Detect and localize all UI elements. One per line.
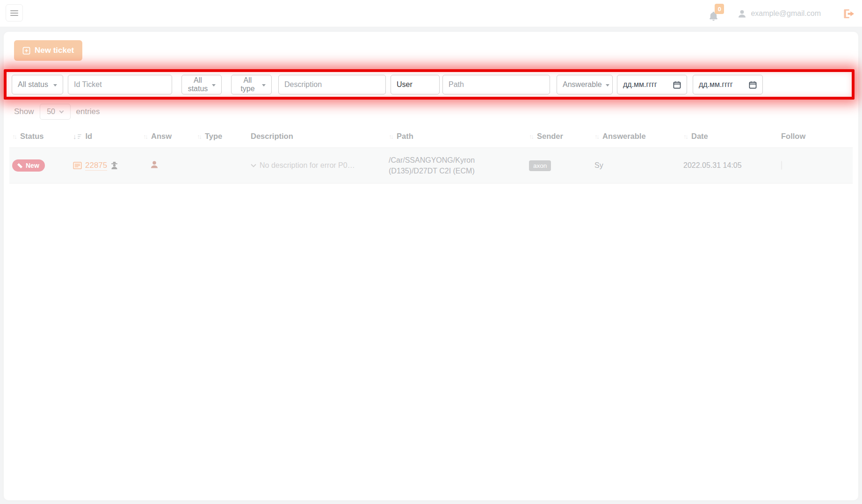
cell-path: /Car/SSANGYONG/Kyron (D135)/D27DT C2I (E…: [386, 148, 526, 183]
filter-row: All status All status All type Answerabl…: [9, 75, 853, 94]
sort-icon[interactable]: ↑↓: [529, 133, 533, 140]
status-badge: New: [12, 159, 45, 172]
col-header-answ: ↑↓ Answ: [140, 126, 194, 148]
chevron-down-icon[interactable]: [251, 164, 256, 167]
sign-out-icon: [843, 8, 855, 19]
notifications-button[interactable]: 0: [708, 6, 720, 22]
sort-icon[interactable]: ↑↓: [143, 133, 147, 140]
id-ticket-input[interactable]: [68, 75, 172, 94]
sort-icon[interactable]: ↑↓: [12, 133, 16, 140]
table-header-row: ↑↓ Status ↓ Id ↑↓ Answ ↑↓ Type Descripti…: [9, 126, 853, 148]
user-icon: [737, 9, 747, 19]
col-header-answerable: ↑↓ Answerable: [592, 126, 681, 148]
description-text: No description for error P0…: [260, 161, 355, 170]
col-header-follow: Follow: [772, 126, 853, 148]
col-header-sender: ↑↓ Sender: [526, 126, 592, 148]
notification-count-badge: 0: [715, 4, 724, 14]
show-label: Show: [14, 107, 34, 116]
cell-type: [194, 148, 248, 183]
cell-sender: axon: [526, 148, 592, 183]
ticket-id-link[interactable]: 22875: [85, 161, 107, 171]
sort-desc-icon[interactable]: ↓: [73, 133, 81, 140]
col-header-id: ↓ Id: [70, 126, 140, 148]
ticket-icon: [17, 163, 23, 169]
sender-badge: axon: [529, 160, 551, 171]
type-filter-label: All type: [237, 76, 258, 93]
status2-filter-label: All status: [188, 76, 208, 93]
person-icon: [150, 160, 159, 169]
cell-description: No description for error P0…: [248, 148, 386, 183]
cell-follow: [772, 148, 853, 183]
chevron-down-icon: [212, 84, 216, 86]
sort-icon[interactable]: ↑↓: [594, 133, 598, 140]
col-label[interactable]: Status: [20, 132, 43, 141]
chevron-down-icon: [59, 108, 64, 113]
cell-answerable: Sy: [592, 148, 681, 183]
col-label[interactable]: Description: [251, 132, 293, 141]
page-size-select[interactable]: 50: [40, 104, 71, 120]
chevron-down-icon: [262, 84, 266, 86]
col-label[interactable]: Date: [691, 132, 708, 141]
page-size-value: 50: [47, 108, 55, 116]
topbar: 0 example@gmail.com: [0, 0, 862, 27]
follow-checkbox[interactable]: [781, 161, 782, 170]
date-to-input[interactable]: дд.мм.гггг: [693, 75, 763, 94]
path-text: /Car/SSANGYONG/Kyron (D135)/D27DT C2I (E…: [389, 155, 485, 176]
cell-date: 2022.05.31 14:05: [681, 148, 772, 183]
col-label[interactable]: Answ: [151, 132, 172, 141]
answerable-text: Sy: [594, 161, 603, 169]
sort-icon[interactable]: ↑↓: [683, 133, 687, 140]
cell-id: 22875: [70, 148, 140, 183]
col-label: Follow: [781, 132, 805, 141]
col-label[interactable]: Id: [86, 132, 93, 141]
answerable-filter-select[interactable]: Answerable: [557, 75, 613, 94]
chevron-down-icon: [53, 84, 57, 86]
date-from-input[interactable]: дд.мм.гггг: [617, 75, 687, 94]
logout-button[interactable]: [843, 8, 855, 19]
content-card: New ticket All status All status All typ…: [4, 32, 858, 500]
calendar-icon: [749, 81, 757, 89]
col-label[interactable]: Sender: [537, 132, 563, 141]
date-from-placeholder: дд.мм.гггг: [623, 80, 657, 89]
col-header-type: ↑↓ Type: [194, 126, 248, 148]
status2-filter-select[interactable]: All status: [181, 75, 222, 94]
new-ticket-button[interactable]: New ticket: [14, 40, 82, 61]
cell-status: New: [9, 148, 70, 183]
col-header-date: ↑↓ Date: [681, 126, 772, 148]
topbar-right: 0 example@gmail.com: [708, 0, 855, 27]
date-to-placeholder: дд.мм.гггг: [699, 80, 733, 89]
user-filter-input[interactable]: [391, 75, 440, 94]
status-badge-label: New: [26, 162, 39, 169]
col-header-path: ↑↓ Path: [386, 126, 526, 148]
user-email: example@gmail.com: [751, 9, 821, 18]
user-account[interactable]: example@gmail.com: [737, 9, 821, 19]
status-filter-label: All status: [18, 80, 48, 89]
ticket-card-icon: [73, 162, 82, 169]
sort-icon[interactable]: ↑↓: [197, 133, 201, 140]
answerable-filter-label: Answerable: [563, 80, 602, 89]
type-filter-select[interactable]: All type: [231, 75, 272, 94]
col-header-status: ↑↓ Status: [9, 126, 70, 148]
path-filter-input[interactable]: [442, 75, 550, 94]
table-row[interactable]: New 22875: [9, 148, 853, 183]
sort-icon[interactable]: ↑↓: [389, 133, 392, 140]
calendar-icon: [673, 81, 681, 89]
page-size-row: Show 50 entries: [9, 104, 853, 120]
description-filter-input[interactable]: [278, 75, 386, 94]
tickets-table: ↑↓ Status ↓ Id ↑↓ Answ ↑↓ Type Descripti…: [9, 126, 853, 184]
new-ticket-label: New ticket: [35, 46, 74, 55]
entries-label: entries: [76, 107, 100, 116]
col-label[interactable]: Path: [397, 132, 413, 141]
col-label[interactable]: Answerable: [602, 132, 646, 141]
chevron-down-icon: [606, 84, 609, 86]
status-filter-select[interactable]: All status: [12, 75, 63, 94]
user-secret-icon: [110, 161, 118, 170]
col-label[interactable]: Type: [205, 132, 222, 141]
cell-answ: [140, 148, 194, 183]
plus-square-icon: [22, 47, 30, 55]
date-text: 2022.05.31 14:05: [683, 161, 742, 169]
hamburger-menu-button[interactable]: [6, 4, 23, 22]
col-header-description: Description: [248, 126, 386, 148]
